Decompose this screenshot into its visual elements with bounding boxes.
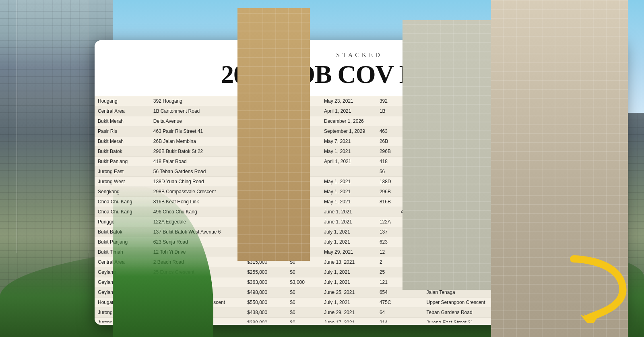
cell-8-5: 138D [376, 177, 398, 187]
cell-0-5: 392 [376, 96, 398, 106]
cell-9-5: 296B [376, 187, 398, 197]
cell-20-3: $0 [287, 298, 321, 308]
cell-10-4: May 1, 2021 [321, 197, 376, 207]
cell-19-3: $0 [287, 287, 321, 298]
cell-13-4: July 1, 2021 [321, 227, 376, 237]
cell-6-4: April 1, 2021 [321, 157, 376, 167]
cell-0-0: Hougang [95, 96, 150, 106]
cell-11-5 [376, 207, 398, 217]
arrow-decoration [549, 251, 630, 325]
cell-2-1: Delta Avenue [150, 116, 244, 126]
cell-1-4: April 1, 2021 [321, 106, 376, 116]
cell-2-4: December 1, 2026 [321, 116, 376, 126]
cell-22-3: $0 [287, 318, 321, 323]
cell-4-0: Bukit Merah [95, 136, 150, 147]
cell-20-4: July 1, 2021 [321, 298, 376, 308]
cell-20-2: $550,000 [244, 298, 287, 308]
cell-3-4: September 1, 2029 [321, 126, 376, 136]
cell-21-2: $438,000 [244, 308, 287, 318]
cell-9-4: May 1, 2021 [321, 187, 376, 197]
cell-7-1: 56 Teban Gardens Road [150, 167, 244, 177]
cell-12-4: June 1, 2021 [321, 217, 376, 227]
cell-11-4: June 1, 2021 [321, 207, 376, 217]
cell-18-2: $363,000 [244, 277, 287, 287]
cell-13-5: 137 [376, 227, 398, 237]
cell-10-5: 816B [376, 197, 398, 207]
cell-18-3: $3,000 [287, 277, 321, 287]
cell-1-5: 1B [376, 106, 398, 116]
cell-1-0: Central Area [95, 106, 150, 116]
cell-1-1: 1B Cantonment Road [150, 106, 244, 116]
cell-4-5: 26B [376, 136, 398, 147]
cell-15-5: 12 [376, 247, 398, 257]
cell-19-2: $498,000 [244, 287, 287, 298]
cell-7-0: Jurong East [95, 167, 150, 177]
cell-5-4: May 1, 2021 [321, 147, 376, 157]
cell-17-2: $255,000 [244, 267, 287, 277]
cell-17-3: $0 [287, 267, 321, 277]
cell-7-5: 56 [376, 167, 398, 177]
cell-17-4: July 1, 2021 [321, 267, 376, 277]
cell-20-6 [398, 298, 423, 308]
cell-16-4: June 13, 2021 [321, 257, 376, 267]
cell-3-0: Pasir Ris [95, 126, 150, 136]
cell-22-6 [398, 318, 423, 323]
cell-12-5: 122A [376, 217, 398, 227]
cell-21-3: $0 [287, 308, 321, 318]
cell-5-5: 296B [376, 147, 398, 157]
cell-22-5: 214 [376, 318, 398, 323]
cell-5-1: 296B Bukit Batok St 22 [150, 147, 244, 157]
cell-22-4: June 17, 2021 [321, 318, 376, 323]
cell-8-1: 138D Yuan Ching Road [150, 177, 244, 187]
cell-7-4 [321, 167, 376, 177]
cell-6-1: 418 Fajar Road [150, 157, 244, 167]
cell-3-1: 463 Pasir Ris Street 41 [150, 126, 244, 136]
cell-8-4: May 1, 2021 [321, 177, 376, 187]
cell-6-5: 418 [376, 157, 398, 167]
cell-5-0: Bukit Batok [95, 147, 150, 157]
cell-15-4: May 29, 2021 [321, 247, 376, 257]
cell-16-5: 2 [376, 257, 398, 267]
cell-4-1: 26B Jalan Membina [150, 136, 244, 147]
cell-20-5: 475C [376, 298, 398, 308]
cell-21-6 [398, 308, 423, 318]
cell-14-5: 623 [376, 237, 398, 247]
cell-22-2: $290,000 [244, 318, 287, 323]
cell-21-4: June 29, 2021 [321, 308, 376, 318]
cell-2-0: Bukit Merah [95, 116, 150, 126]
cell-14-4: July 1, 2021 [321, 237, 376, 247]
cell-0-1: 392 Hougang [150, 96, 244, 106]
cell-2-5 [376, 116, 398, 126]
cell-0-4: May 23, 2021 [321, 96, 376, 106]
cell-21-5: 64 [376, 308, 398, 318]
cell-3-5: 463 [376, 126, 398, 136]
cell-18-4: July 1, 2021 [321, 277, 376, 287]
cell-4-4: May 7, 2021 [321, 136, 376, 147]
cell-17-5: 25 [376, 267, 398, 277]
cell-19-4: June 25, 2021 [321, 287, 376, 298]
cell-19-5: 654 [376, 287, 398, 298]
cell-18-5: 121 [376, 277, 398, 287]
cell-6-0: Bukit Panjang [95, 157, 150, 167]
arrow-svg [549, 251, 630, 323]
